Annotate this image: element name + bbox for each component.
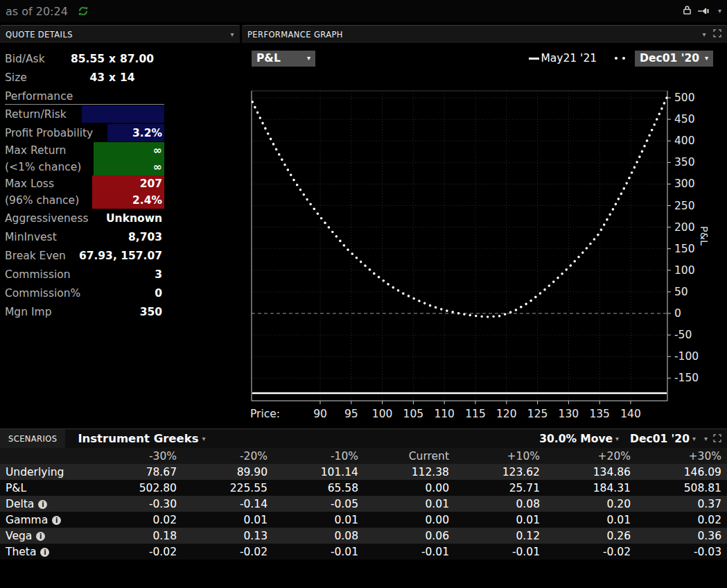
scenario-row-label: Gamma (6, 514, 48, 526)
quote-metric-value: 3.2% (93, 127, 164, 139)
scenario-cell: 0.37 (636, 496, 727, 512)
scenario-cell: 0.00 (364, 480, 455, 496)
scenarios-menu-caret-icon[interactable]: ▾ (704, 435, 708, 442)
expand-icon[interactable] (713, 29, 721, 40)
metric-dropdown-value: P&L (256, 52, 281, 64)
info-icon[interactable]: i (52, 516, 61, 525)
scenario-row-label: Delta (6, 498, 34, 510)
performance-section-label: Performance (5, 90, 164, 105)
quote-metric-row: Profit Probability3.2% (5, 123, 164, 142)
size-separator: x (105, 71, 120, 84)
svg-text:-100: -100 (674, 350, 699, 363)
expiry-dropdown-value: Dec01 '20 (640, 52, 699, 64)
quote-metric-value: ∞ (81, 161, 164, 173)
scenario-cell: -0.03 (636, 544, 727, 560)
refresh-icon[interactable] (78, 6, 89, 17)
svg-text:250: 250 (674, 200, 695, 212)
quote-metric-row: Mgn Imp350 (5, 302, 164, 321)
quote-metric-value: 350 (51, 306, 164, 318)
bid-size-value: 43 (66, 71, 105, 84)
performance-metrics-list: Return/RiskProfit Probability3.2%Max Ret… (5, 105, 240, 321)
scenario-cell: 65.58 (273, 480, 364, 496)
scenario-date-dropdown[interactable]: Dec01 '20 ▾ (630, 433, 696, 445)
scenario-row-label: P&L (6, 482, 26, 494)
scenario-cell: 225.55 (182, 480, 273, 496)
quote-metric-label: Mgn Imp (5, 306, 51, 318)
size-row: Size 43 x 14 (5, 68, 164, 87)
svg-text:90: 90 (313, 408, 327, 420)
scenario-row-label: Vega (6, 530, 32, 542)
scenario-cell: 0.02 (91, 512, 182, 528)
svg-text:140: 140 (620, 408, 641, 420)
topbar-menu-caret-icon[interactable]: ▾ (718, 8, 721, 15)
scenarios-panel: SCENARIOS Instrument Greeks ▾ 30.0% Move… (0, 429, 727, 588)
scenarios-title: SCENARIOS (0, 429, 65, 448)
scenarios-table-header-row: -30%-20%-10%Current+10%+20%+30% (0, 448, 727, 464)
scenario-cell: 0.01 (364, 496, 455, 512)
scenario-cell: -0.02 (91, 544, 182, 560)
metric-dropdown-caret-icon: ▾ (307, 55, 310, 62)
chart-legend: May21 '21 Dec01 '20 ▾ (529, 51, 713, 67)
scenario-cell: 0.12 (455, 528, 545, 544)
metric-dropdown[interactable]: P&L ▾ (252, 51, 315, 67)
scenario-cell: 112.38 (364, 464, 455, 480)
quote-details-menu-caret-icon[interactable]: ▾ (231, 31, 234, 38)
info-icon[interactable]: i (38, 500, 47, 509)
svg-text:0: 0 (674, 307, 681, 320)
svg-text:105: 105 (403, 408, 424, 420)
info-icon[interactable]: i (40, 548, 49, 557)
quote-metric-row: Max Return∞ (5, 142, 164, 159)
quote-metric-label: Commission% (5, 287, 80, 300)
quote-metric-value: 67.93, 157.07 (66, 250, 164, 262)
quote-details-content: Bid/Ask 85.55 x 87.00 Size 43 x 14 Perfo… (0, 43, 240, 321)
quote-metric-row: Break Even67.93, 157.07 (5, 246, 164, 265)
scenario-cell: -0.14 (182, 496, 273, 512)
size-label: Size (5, 71, 27, 84)
expiry-dropdown-caret-icon: ▾ (705, 55, 708, 62)
quote-metric-label: Profit Probability (5, 127, 93, 139)
quote-metric-label: Max Loss (5, 178, 54, 190)
scenarios-expand-icon[interactable] (713, 432, 721, 445)
lock-icon[interactable] (683, 5, 692, 18)
scenario-row-vega: Vegai0.180.130.080.060.120.260.36 (0, 528, 727, 544)
chart-toolbar: P&L ▾ May21 '21 Dec01 '20 ▾ (252, 50, 713, 67)
scenario-row-underlying: Underlying78.6789.90101.14112.38123.6213… (0, 464, 727, 480)
svg-text:110: 110 (434, 408, 455, 420)
scenario-column-header: -30% (91, 448, 182, 464)
scenario-cell: 0.18 (91, 528, 182, 544)
scenario-cell: -0.01 (455, 544, 545, 560)
pin-icon[interactable] (698, 5, 712, 18)
info-icon[interactable]: i (36, 532, 45, 541)
scenario-cell: 123.62 (455, 464, 545, 480)
quote-metric-value: 207 (54, 178, 164, 190)
svg-text:130: 130 (559, 408, 579, 420)
scenario-view-dropdown[interactable]: Instrument Greeks ▾ (78, 432, 205, 445)
quote-metric-label: Commission (5, 268, 71, 281)
quote-metric-highlight-bar (82, 105, 164, 123)
legend-line-marker (529, 58, 539, 60)
scenario-cell: 0.01 (545, 512, 636, 528)
option-analytics-screen: as of 20:24 (0, 0, 727, 588)
svg-text:100: 100 (372, 408, 393, 420)
svg-text:P&L: P&L (699, 226, 710, 245)
scenarios-header: SCENARIOS Instrument Greeks ▾ 30.0% Move… (0, 429, 727, 448)
expiry-dropdown[interactable]: Dec01 '20 ▾ (635, 51, 713, 67)
quote-metric-value: 2.4% (79, 194, 164, 207)
scenario-cell: 0.01 (182, 512, 273, 528)
scenario-cell: 0.02 (636, 512, 727, 528)
svg-text:100: 100 (674, 264, 695, 277)
quote-metric-label: Return/Risk (5, 108, 67, 121)
performance-graph-menu-caret-icon[interactable]: ▾ (703, 31, 706, 38)
scenarios-table: -30%-20%-10%Current+10%+20%+30% Underlyi… (0, 448, 727, 560)
move-size-dropdown[interactable]: 30.0% Move ▾ (539, 433, 619, 445)
bid-ask-separator: x (105, 53, 120, 65)
quote-metric-value: 0 (80, 287, 164, 300)
svg-text:135: 135 (589, 408, 610, 420)
quote-metric-label: (96% chance) (5, 194, 79, 207)
bid-ask-label: Bid/Ask (5, 53, 45, 65)
bid-value: 85.55 (66, 53, 105, 65)
scenario-cell: -0.01 (364, 544, 455, 560)
pnl-chart: 500450400350300250200150100500-50-100-15… (242, 43, 727, 424)
quote-details-header: QUOTE DETAILS ▾ (0, 25, 240, 43)
scenario-cell: 502.80 (91, 480, 182, 496)
